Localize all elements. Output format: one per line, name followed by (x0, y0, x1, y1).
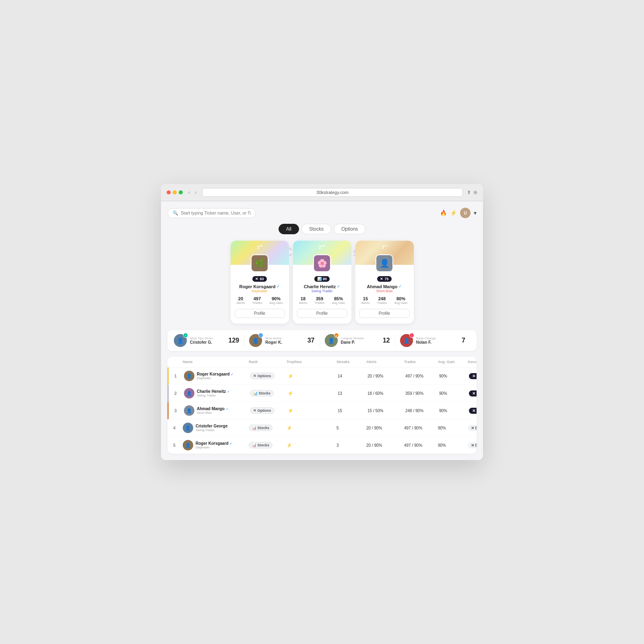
stat-tag-streak: Longest Streaks (341, 336, 377, 340)
stat-most-active: 👤 ↑ Most Active Roger K. 37 (249, 334, 320, 347)
stat-tag-active: Most Active (265, 336, 301, 340)
close-button[interactable] (167, 190, 171, 194)
stat-alerts-3: 15 Alerts (361, 296, 369, 305)
rank-badge-2: 📊 Stocks (250, 390, 274, 396)
row-user-info-1: Roger Korsgaard ✓ Daytrader (197, 372, 233, 380)
row-trades-3: 248 / 90% (405, 409, 438, 413)
row-trophies-4: ⚡ (287, 425, 335, 431)
row-avatar-5: 👤 (183, 440, 193, 450)
lightning-icon-button[interactable]: ⚡ (450, 210, 457, 216)
stat-alerts-1: 20 Alerts (237, 296, 245, 305)
row-rank-2: 2 (174, 391, 182, 396)
champion-subtitle-3: Short Bias (355, 289, 414, 293)
rank-badge: ↑ (409, 333, 414, 338)
browser-toolbar: ‹ › 30kstrategy.com ⬆ ⊕ (161, 184, 483, 201)
champion-card-3: 3rd 👤 ✕ 75 Ahmad Mango ✓ Short Bias (355, 241, 414, 324)
new-tab-icon: ⊕ (473, 190, 477, 195)
row-trades-1: 497 / 90% (405, 374, 438, 378)
back-button[interactable]: ‹ (187, 189, 192, 196)
card-stats-2: 18 Alerts 359 Trades 85% Avg Gain (293, 296, 351, 305)
champion-card-2: 2nd 🌸 📊 80 Charlie Herwitz ✓ Swing Trade… (293, 241, 351, 324)
col-alerts: Alerts (366, 360, 402, 364)
profile-button-3[interactable]: Profile (359, 309, 410, 318)
row-streaks-4: 5 (336, 426, 365, 430)
filter-tabs: All Stocks Options (167, 224, 477, 234)
profile-button-2[interactable]: Profile (297, 309, 347, 318)
card-rank-3: 3rd (382, 244, 387, 250)
stat-info-cristofer: Most Tips Given Cristofer G. (190, 336, 223, 345)
toolbar-icons: ⬆ ⊕ (467, 190, 477, 195)
card-avatar-3: 👤 (376, 254, 393, 272)
verified-icon-2: ✓ (337, 285, 340, 289)
row-avatar-1: 👤 (184, 371, 194, 381)
search-box[interactable]: 🔍 (167, 208, 256, 218)
row-avggain-3: 90% (439, 409, 467, 413)
profile-button-1[interactable]: Profile (235, 309, 285, 318)
row-user-5: 👤 Roger Korsgaard ✓ Daytrader (183, 440, 247, 450)
xscore-badge-4: ✕ 66 (468, 425, 477, 431)
search-input[interactable] (181, 211, 251, 215)
share-icon: ⬆ (467, 190, 471, 195)
row-user-3: 👤 Ahmad Mango ✓ Short Bias (184, 405, 248, 416)
row-rank-label-4: 📊 Stocks (249, 425, 285, 431)
card-rank-1: 1st (257, 244, 262, 250)
filter-tab-stocks[interactable]: Stocks (301, 224, 331, 234)
xscore-badge-2: ✕ 80 (469, 390, 477, 396)
champions-section: Champions 1st 🌿 ✕ 83 Roger Ko (167, 241, 477, 324)
stat-info-dane: Longest Streaks Dane P. (341, 336, 377, 345)
filter-tab-all[interactable]: All (279, 224, 299, 234)
row-user-4: 👤 Cristofer George Swing Trader (183, 423, 247, 433)
stat-avggain-2: 85% Avg Gain (332, 296, 345, 305)
stat-longest-streak: 👤 🔥 Longest Streaks Dane P. 12 (325, 334, 395, 347)
table-row: 4 👤 Cristofer George Swing Trader 📊 Stoc… (167, 419, 477, 437)
minimize-button[interactable] (173, 190, 177, 194)
rank-badge-3: ✕ Options (250, 407, 275, 414)
card-banner-3: 3rd 👤 (355, 241, 414, 265)
trophy-icon-3: ⚡ (288, 408, 293, 413)
traffic-lights (167, 190, 183, 194)
table-row: 1 👤 Roger Korsgaard ✓ Daytrader ✕ Option… (167, 367, 477, 385)
row-avggain-4: 90% (438, 426, 466, 430)
card-avatar-2: 🌸 (313, 254, 331, 272)
verified-icon-3: ✓ (398, 285, 402, 289)
table-header: Name Rank Trophies Streaks Alerts Trades… (167, 357, 477, 367)
stat-trades-1: 497 Trades (252, 296, 262, 305)
champion-card-1: 1st 🌿 ✕ 83 Roger Korsgaard ✓ Daytrader (231, 241, 289, 324)
row-name-3: Ahmad Mango ✓ (197, 407, 229, 411)
row-subtitle-5: Daytrader (196, 446, 232, 449)
stat-avatar-dane: 👤 🔥 (325, 334, 338, 347)
stat-trades-2: 359 Trades (315, 296, 325, 305)
search-icon: 🔍 (173, 211, 178, 216)
stat-avatar-nolan: 👤 ↑ (400, 334, 413, 347)
stat-number-tips: 129 (226, 337, 239, 344)
champion-subtitle-1: Daytrader (231, 289, 289, 293)
stat-avggain-3: 80% Avg Gain (394, 296, 408, 305)
trophy-icon-4: ⚡ (287, 425, 292, 430)
row-name-5: Roger Korsgaard ✓ (196, 441, 232, 446)
stat-rank-change: 👤 ↑ Rank Change Nolan F. 7 (400, 334, 470, 347)
champion-name-3: Ahmad Mango ✓ (355, 284, 414, 289)
row-name-1: Roger Korsgaard ✓ (197, 372, 233, 376)
address-bar[interactable]: 30kstrategy.com (202, 188, 463, 197)
stat-alerts-2: 18 Alerts (299, 296, 307, 305)
xscore-badge-1: ✕ 83 (469, 373, 477, 379)
top-bar: 🔍 🔥 ⚡ U ▾ (167, 208, 477, 218)
champions-cards: 1st 🌿 ✕ 83 Roger Korsgaard ✓ Daytrader (167, 241, 477, 324)
row-avggain-5: 90% (438, 443, 466, 448)
forward-button[interactable]: › (193, 189, 198, 196)
trophy-icon-1: ⚡ (288, 374, 293, 378)
score-badge-2: 📊 80 (314, 276, 330, 282)
row-xscore-3: ✕ 75 (469, 408, 477, 414)
leaderboard-table: Name Rank Trophies Streaks Alerts Trades… (167, 357, 477, 454)
fire-icon-button[interactable]: 🔥 (440, 210, 447, 216)
score-badge-3: ✕ 75 (377, 276, 391, 282)
filter-tab-options[interactable]: Options (334, 224, 365, 234)
row-user-2: 👤 Charlie Herwitz ✓ Swing Trader (184, 388, 248, 398)
row-streaks-1: 14 (338, 374, 366, 378)
maximize-button[interactable] (179, 190, 183, 194)
row-alerts-2: 18 / 60% (367, 391, 404, 396)
col-rank: Rank (249, 360, 285, 364)
card-banner-1: 1st 🌿 (231, 241, 289, 265)
user-avatar[interactable]: U (460, 208, 471, 218)
dropdown-chevron[interactable]: ▾ (474, 210, 477, 216)
